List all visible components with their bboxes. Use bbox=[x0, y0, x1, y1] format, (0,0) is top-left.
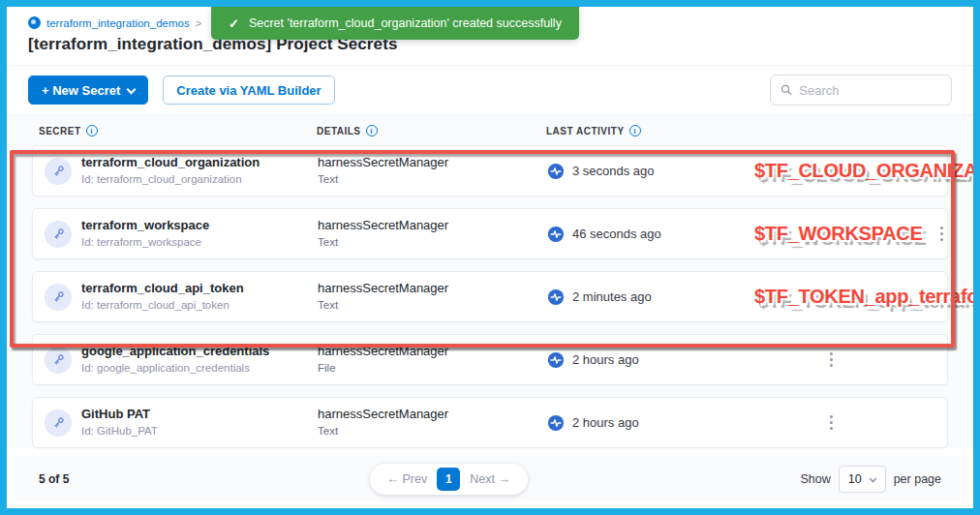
secret-name: GitHub PAT bbox=[81, 407, 158, 422]
activity-text: 2 minutes ago bbox=[572, 289, 652, 304]
activity-pulse-icon bbox=[547, 288, 565, 306]
details-cell: harnessSecretManager File bbox=[318, 344, 547, 377]
search-input[interactable] bbox=[799, 83, 941, 98]
secret-cell: terraform_cloud_api_token Id: terraform_… bbox=[45, 281, 318, 313]
column-header-secret: SECRET i bbox=[39, 125, 317, 136]
details-cell: harnessSecretManager Text bbox=[318, 281, 547, 314]
secret-cell: terraform_cloud_organization Id: terrafo… bbox=[45, 155, 318, 187]
create-yaml-builder-button[interactable]: Create via YAML Builder bbox=[163, 76, 334, 105]
check-icon: ✓ bbox=[229, 16, 239, 31]
secret-id: Id: google_application_credentials bbox=[81, 361, 269, 376]
last-activity-cell: 46 seconds ago bbox=[547, 226, 754, 243]
pagination-wrap: ← Prev 1 Next → bbox=[155, 464, 742, 495]
show-label: Show bbox=[800, 472, 830, 486]
activity-pulse-icon bbox=[547, 226, 565, 243]
project-globe-icon bbox=[28, 16, 41, 29]
breadcrumb-project-link[interactable]: terraform_integration_demos bbox=[46, 17, 190, 29]
last-activity-cell: 2 hours ago bbox=[547, 351, 754, 369]
chevron-down-icon bbox=[869, 475, 874, 481]
secret-type: Text bbox=[318, 298, 547, 313]
breadcrumb-separator: > bbox=[196, 17, 201, 29]
secret-cell: terraform_workspace Id: terraform_worksp… bbox=[45, 218, 318, 250]
kebab-menu-icon[interactable] bbox=[754, 398, 908, 447]
secret-row[interactable]: terraform_cloud_organization Id: terrafo… bbox=[32, 145, 948, 197]
secret-type: Text bbox=[318, 172, 547, 187]
kebab-menu-icon[interactable] bbox=[923, 209, 962, 258]
env-var-annotation: $TF_WORKSPACE bbox=[754, 223, 923, 245]
table-footer: 5 of 5 ← Prev 1 Next → Show 10 per page bbox=[14, 456, 966, 501]
activity-pulse-icon bbox=[547, 414, 565, 432]
page-size-value: 10 bbox=[848, 472, 862, 486]
new-secret-label: + New Secret bbox=[42, 83, 120, 98]
secret-row[interactable]: terraform_workspace Id: terraform_worksp… bbox=[32, 208, 948, 259]
details-cell: harnessSecretManager Text bbox=[318, 407, 547, 439]
new-secret-button[interactable]: + New Secret bbox=[28, 76, 148, 105]
secret-name: terraform_cloud_api_token bbox=[81, 281, 244, 296]
secret-manager: harnessSecretManager bbox=[318, 344, 547, 360]
secret-manager: harnessSecretManager bbox=[318, 155, 547, 171]
kebab-menu-icon[interactable] bbox=[754, 335, 908, 384]
secret-id: Id: terraform_cloud_api_token bbox=[81, 298, 244, 313]
activity-pulse-icon bbox=[547, 351, 565, 369]
column-header-last-activity: LAST ACTIVITY i bbox=[546, 125, 948, 136]
page-size-select[interactable]: 10 bbox=[839, 466, 886, 493]
page-size-controls: Show 10 per page bbox=[800, 466, 941, 493]
secret-row[interactable]: terraform_cloud_api_token Id: terraform_… bbox=[32, 271, 948, 322]
last-activity-cell: 3 seconds ago bbox=[547, 163, 754, 180]
activity-text: 3 seconds ago bbox=[572, 164, 655, 178]
per-page-label: per page bbox=[894, 472, 941, 486]
secret-name: google_application_credentials bbox=[81, 344, 269, 359]
env-var-annotation: $TF_CLOUD_ORGANIZATION bbox=[754, 160, 980, 182]
secret-id: Id: GitHub_PAT bbox=[81, 424, 158, 439]
activity-pulse-icon bbox=[547, 163, 565, 180]
yaml-builder-label: Create via YAML Builder bbox=[176, 83, 321, 98]
search-icon bbox=[781, 83, 792, 97]
info-icon[interactable]: i bbox=[366, 125, 378, 136]
activity-text: 2 hours ago bbox=[572, 415, 639, 430]
secret-type: Text bbox=[318, 235, 547, 250]
secret-id: Id: terraform_workspace bbox=[81, 235, 209, 250]
activity-text: 2 hours ago bbox=[572, 352, 639, 367]
prev-page-button[interactable]: ← Prev bbox=[383, 472, 432, 486]
key-icon bbox=[45, 409, 72, 437]
chevron-down-icon bbox=[127, 86, 135, 94]
secret-id: Id: terraform_cloud_organization bbox=[81, 172, 260, 187]
activity-text: 46 seconds ago bbox=[572, 227, 661, 241]
secret-row[interactable]: GitHub PAT Id: GitHub_PAT harnessSecretM… bbox=[32, 397, 948, 448]
details-cell: harnessSecretManager Text bbox=[318, 218, 547, 251]
secret-row[interactable]: google_application_credentials Id: googl… bbox=[32, 334, 948, 385]
key-icon bbox=[45, 284, 72, 311]
search-box[interactable] bbox=[770, 75, 952, 106]
secret-name: terraform_cloud_organization bbox=[81, 155, 260, 170]
last-activity-cell: 2 minutes ago bbox=[547, 288, 754, 306]
details-cell: harnessSecretManager Text bbox=[318, 155, 547, 188]
success-toast: ✓ Secret 'terraform_cloud_organization' … bbox=[211, 7, 579, 40]
secret-type: File bbox=[318, 361, 547, 376]
env-var-annotation: $TF_TOKEN_app_terraform_io bbox=[754, 286, 980, 308]
key-icon bbox=[45, 221, 72, 248]
info-icon[interactable]: i bbox=[86, 125, 98, 136]
secrets-table: SECRET i DETAILS i LAST ACTIVITY i bbox=[7, 115, 973, 448]
table-header-row: SECRET i DETAILS i LAST ACTIVITY i bbox=[32, 115, 948, 145]
column-header-details: DETAILS i bbox=[317, 125, 546, 136]
secret-cell: GitHub PAT Id: GitHub_PAT bbox=[45, 407, 318, 439]
secret-manager: harnessSecretManager bbox=[318, 281, 547, 297]
key-icon bbox=[45, 158, 72, 185]
secret-cell: google_application_credentials Id: googl… bbox=[45, 344, 318, 376]
last-activity-cell: 2 hours ago bbox=[547, 414, 754, 432]
secret-name: terraform_workspace bbox=[81, 218, 209, 233]
key-icon bbox=[45, 347, 72, 374]
secret-type: Text bbox=[318, 424, 547, 439]
toolbar: + New Secret Create via YAML Builder bbox=[7, 66, 973, 115]
page-number-button[interactable]: 1 bbox=[437, 468, 460, 491]
secret-manager: harnessSecretManager bbox=[318, 218, 547, 234]
next-page-button[interactable]: Next → bbox=[466, 472, 514, 486]
info-icon[interactable]: i bbox=[629, 125, 641, 136]
pagination: ← Prev 1 Next → bbox=[370, 464, 528, 495]
table-body: terraform_cloud_organization Id: terrafo… bbox=[32, 145, 948, 448]
toast-message: Secret 'terraform_cloud_organization' cr… bbox=[249, 16, 562, 30]
secret-manager: harnessSecretManager bbox=[318, 407, 547, 423]
app-window: terraform_integration_demos > [terraform… bbox=[0, 0, 980, 515]
